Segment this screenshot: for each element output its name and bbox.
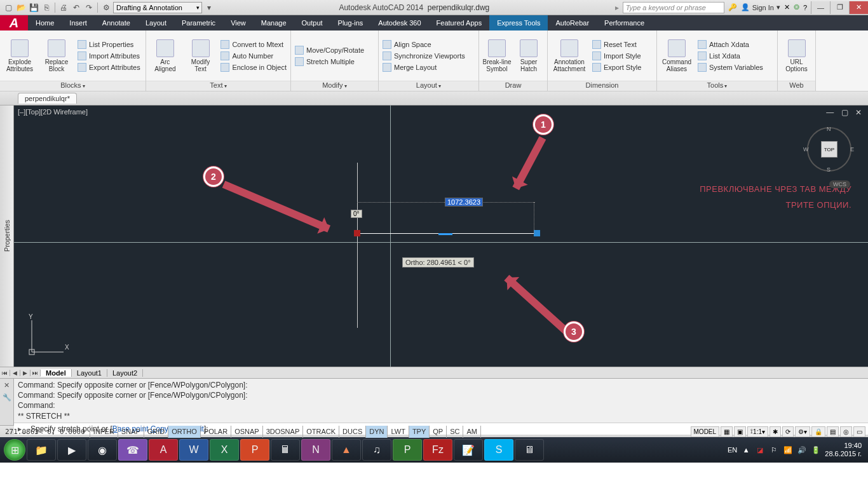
infocenter-icon[interactable]: 🔑 — [728, 3, 737, 11]
search-input[interactable]: Type a keyword or phrase — [623, 2, 724, 13]
annotation-attachment-button[interactable]: Annotation Attachment — [550, 39, 588, 72]
open-icon[interactable]: 📂 — [15, 2, 27, 13]
toggle-3dosnap[interactable]: 3DOSNAP — [262, 426, 304, 438]
align-space-button[interactable]: Align Space — [381, 39, 466, 50]
annoscale-icon[interactable]: ⟟ 1:1 ▾ — [747, 426, 768, 437]
viewport[interactable]: [–][Top][2D Wireframe] — ▢ ✕ 0° 1072.362… — [14, 105, 868, 367]
model-space-button[interactable]: MODEL — [691, 426, 720, 437]
filezilla-icon[interactable]: Fz — [423, 439, 452, 461]
saveas-icon[interactable]: ⎘ — [41, 2, 52, 13]
toggle-ducs[interactable]: DUCS — [339, 426, 366, 438]
word-icon[interactable]: W — [179, 439, 208, 461]
panel-tools[interactable]: Tools — [657, 81, 777, 91]
properties-palette-rail[interactable]: Properties — [0, 105, 14, 367]
toggle-ortho[interactable]: ORTHO — [168, 426, 201, 438]
toggle-osnap[interactable]: OSNAP — [231, 426, 263, 438]
list-properties-button[interactable]: List Properties — [76, 39, 142, 50]
url-options-button[interactable]: URL Options — [780, 39, 813, 72]
panel-modify[interactable]: Modify — [291, 81, 378, 91]
notes-icon[interactable]: 📝 — [454, 439, 483, 461]
enclose-object-button[interactable]: Enclose in Object — [219, 62, 288, 72]
mediaplayer-icon[interactable]: ▶ — [57, 439, 86, 461]
tab-model[interactable]: Model — [41, 369, 72, 377]
sync-viewports-button[interactable]: Synchronize Viewports — [381, 51, 466, 61]
toggle-tpy[interactable]: TPY — [409, 426, 430, 438]
toggle-grid[interactable]: GRID — [144, 426, 169, 438]
workspace-switch-icon[interactable]: ⚙▾ — [795, 426, 810, 437]
save-icon[interactable]: 💾 — [28, 2, 39, 13]
tab-layout2[interactable]: Layout2 — [107, 369, 143, 377]
wcs-badge[interactable]: WCS — [829, 180, 850, 188]
autocad-icon[interactable]: A — [149, 439, 178, 461]
skype-icon[interactable]: S — [484, 439, 513, 461]
tab-annotate[interactable]: Annotate — [95, 15, 138, 30]
toggle-qp[interactable]: QP — [429, 426, 447, 438]
undo-icon[interactable]: ↶ — [71, 2, 82, 13]
exchange-icon[interactable]: ✕ — [784, 3, 790, 11]
reset-text-button[interactable]: Reset Text — [591, 39, 642, 50]
toggle-infer[interactable]: INFER — [90, 426, 118, 438]
vlc-icon[interactable]: ▲ — [332, 439, 361, 461]
explode-attributes-button[interactable]: Explode Attributes — [3, 39, 37, 72]
language-indicator[interactable]: EN — [728, 446, 737, 454]
export-style-button[interactable]: Export Style — [591, 62, 642, 72]
tab-output[interactable]: Output — [294, 15, 330, 30]
minimize-button[interactable]: — — [811, 1, 830, 14]
tab-parametric[interactable]: Parametric — [174, 15, 223, 30]
file-tab-active[interactable]: perpendikulqr* — [18, 93, 77, 104]
layout-nav[interactable]: ⏮◀▶⏭ — [0, 370, 41, 376]
panel-text[interactable]: Text — [146, 81, 290, 91]
monitor-icon[interactable]: 🖥 — [515, 439, 544, 461]
annovis-icon[interactable]: ✱ — [770, 426, 781, 437]
new-icon[interactable]: ▢ — [3, 2, 14, 13]
toggle-lwt[interactable]: LWT — [387, 426, 409, 438]
tab-home[interactable]: Home — [28, 15, 62, 30]
grip-start[interactable] — [354, 230, 360, 236]
search-go-icon[interactable]: ▸ — [611, 2, 623, 13]
toggle-sc[interactable]: SC — [446, 426, 463, 438]
hardware-accel-icon[interactable]: ▤ — [827, 426, 839, 437]
list-xdata-button[interactable]: List Xdata — [696, 51, 764, 61]
restore-button[interactable]: ❐ — [830, 1, 849, 14]
close-cmd-icon[interactable]: ✕ — [4, 381, 10, 390]
tab-plug-ins[interactable]: Plug-ins — [330, 15, 371, 30]
stretch-multiple-button[interactable]: Stretch Multiple — [294, 57, 365, 67]
viewport-label[interactable]: [–][Top][2D Wireframe] — [18, 108, 88, 116]
drawing-area[interactable]: Properties [–][Top][2D Wireframe] — ▢ ✕ … — [0, 105, 868, 367]
plot-icon[interactable]: 🖨 — [58, 2, 69, 13]
gear-icon[interactable]: ⚙ — [100, 2, 112, 13]
app-menu-button[interactable]: A — [0, 15, 28, 30]
viewport-controls[interactable]: — ▢ ✕ — [826, 108, 864, 117]
export-attributes-button[interactable]: Export Attributes — [76, 62, 142, 72]
tab-layout[interactable]: Layout — [138, 15, 174, 30]
tab-insert[interactable]: Insert — [62, 15, 95, 30]
toggle-otrack[interactable]: OTRACK — [302, 426, 339, 438]
redo-icon[interactable]: ↷ — [83, 2, 95, 13]
signin-button[interactable]: 👤 Sign In ▾ — [741, 3, 780, 11]
tab-layout1[interactable]: Layout1 — [72, 369, 107, 377]
system-variables-button[interactable]: System Variables — [696, 62, 764, 72]
viber-icon[interactable]: ☎ — [118, 439, 147, 461]
arc-aligned-button[interactable]: Arc Aligned — [149, 39, 182, 72]
tray-av-icon[interactable]: ◪ — [755, 445, 765, 455]
chrome-icon[interactable]: ◉ — [88, 439, 117, 461]
command-aliases-button[interactable]: Command Aliases — [660, 39, 694, 72]
lock-ui-icon[interactable]: 🔒 — [811, 426, 825, 437]
modify-text-button[interactable]: Modify Text — [184, 39, 217, 72]
auto-number-button[interactable]: Auto Number — [219, 51, 288, 61]
dynamic-input-value[interactable]: 1072.3623 — [445, 198, 483, 207]
annoauto-icon[interactable]: ⟳ — [782, 426, 794, 437]
attach-xdata-button[interactable]: Attach Xdata — [696, 39, 764, 50]
explorer-icon[interactable]: 📁 — [27, 439, 56, 461]
tray-volume-icon[interactable]: 🔊 — [797, 445, 807, 455]
calculator-icon[interactable]: 🖩 — [271, 439, 300, 461]
quickview-icon[interactable]: ▣ — [734, 426, 746, 437]
import-style-button[interactable]: Import Style — [591, 51, 642, 61]
stayconnected-icon[interactable]: ❂ — [794, 3, 799, 11]
panel-blocks[interactable]: Blocks — [0, 81, 146, 91]
breakline-button[interactable]: Break-line Symbol — [482, 39, 512, 72]
isolate-objects-icon[interactable]: ◎ — [840, 426, 852, 437]
replace-block-button[interactable]: Replace Block — [39, 39, 74, 72]
tab-featured-apps[interactable]: Featured Apps — [429, 15, 490, 30]
view-cube[interactable]: TOP NSEW — [807, 127, 851, 172]
